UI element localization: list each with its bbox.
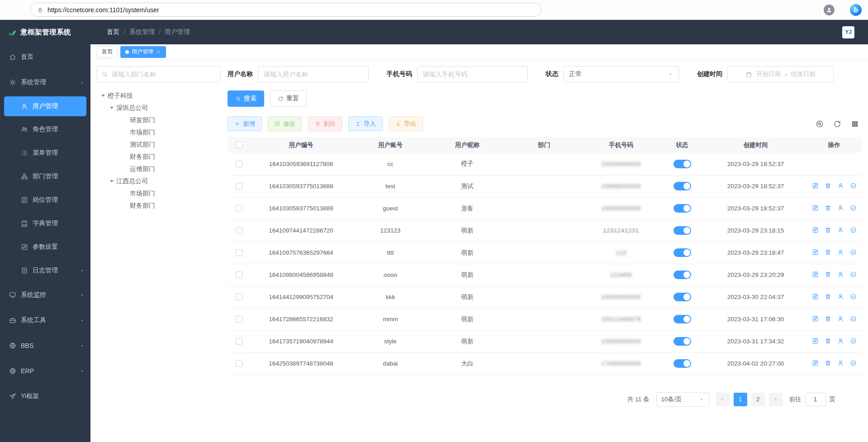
address-bar[interactable]: https://ccnetcore.com:1101/system/user [30,3,541,17]
tree-node[interactable]: 江西总公司 [97,175,221,187]
collections-icon[interactable] [815,9,817,11]
reset-password-action-icon[interactable] [837,204,844,211]
tree-node[interactable]: 市场部门 [97,187,221,200]
delete-action-icon[interactable] [825,204,831,211]
delete-action-icon[interactable] [825,293,831,300]
sidebar-item-erp[interactable]: ERP [0,358,90,384]
column-header[interactable]: 部门 [506,137,583,153]
status-toggle[interactable] [674,226,691,235]
row-checkbox[interactable] [236,227,242,234]
page-button-1[interactable]: 1 [734,393,747,406]
row-checkbox[interactable] [236,249,242,256]
page-button-2[interactable]: 2 [751,393,765,406]
goto-page-input[interactable] [805,393,826,406]
reset-button[interactable]: 重置 [270,90,307,107]
edit-action-icon[interactable] [812,337,819,344]
row-checkbox[interactable] [236,161,242,167]
favorites-icon[interactable] [806,9,808,11]
tab-close-icon[interactable] [156,49,161,54]
tab-user-mgmt[interactable]: 用户管理 [120,46,166,58]
status-toggle[interactable] [674,248,691,257]
assign-role-action-icon[interactable] [850,337,857,344]
sidebar-item-log-mgmt[interactable]: 日志管理 [0,259,90,282]
toggle-search-icon[interactable] [816,120,824,128]
date-range-picker[interactable]: 开始日期 - 结束日期 [727,66,834,82]
row-checkbox[interactable] [236,294,242,300]
assign-role-action-icon[interactable] [850,249,857,256]
sidebar-item-system[interactable]: 系统管理 [0,70,90,95]
assign-role-action-icon[interactable] [850,315,857,322]
sidebar-item-system-monitor[interactable]: 系统监控 [0,282,90,308]
search-button[interactable]: 搜索 [228,90,264,107]
reset-password-action-icon[interactable] [837,315,844,322]
reload-icon[interactable] [13,8,17,12]
tree-node[interactable]: 运维部门 [97,163,221,175]
zoom-icon[interactable] [769,9,772,11]
status-toggle[interactable] [674,271,691,279]
reset-password-action-icon[interactable] [837,227,844,233]
status-toggle[interactable] [674,182,691,190]
caret-down-icon[interactable] [110,107,114,109]
browser-profile-avatar[interactable] [824,5,835,15]
reset-password-action-icon[interactable] [837,249,844,256]
column-header[interactable]: 用户昵称 [429,137,506,153]
row-checkbox[interactable] [236,360,242,367]
add-favorite-icon[interactable] [778,9,781,11]
next-page-button[interactable] [769,393,783,406]
status-toggle[interactable] [674,160,691,168]
edit-action-icon[interactable] [812,182,819,189]
password-key-icon[interactable] [751,9,754,11]
reset-password-action-icon[interactable] [837,271,844,278]
row-checkbox[interactable] [236,316,242,323]
edit-action-icon[interactable] [812,271,819,278]
reset-password-action-icon[interactable] [837,337,844,344]
prev-page-button[interactable] [716,393,730,406]
column-header[interactable]: 创建时间 [705,137,806,153]
sidebar-item-param-settings[interactable]: 参数设置 [0,235,90,259]
tree-node[interactable]: 财务部门 [97,151,221,163]
assign-role-action-icon[interactable] [850,227,857,233]
edit-button[interactable]: 修改 [268,116,302,131]
sidebar-item-post-mgmt[interactable]: 岗位管理 [0,188,90,212]
more-icon[interactable] [841,9,844,11]
username-input[interactable] [258,66,369,82]
assign-role-action-icon[interactable] [850,360,857,366]
breadcrumb-item[interactable]: 首页 [107,28,119,36]
add-button[interactable]: 新增 [228,116,262,131]
delete-action-icon[interactable] [825,227,831,233]
assign-role-action-icon[interactable] [850,293,857,300]
refresh-table-icon[interactable] [833,120,841,128]
back-icon[interactable] [6,8,10,12]
reset-password-action-icon[interactable] [837,360,844,366]
edit-action-icon[interactable] [812,249,819,256]
tree-node[interactable]: 财务部门 [97,200,221,212]
delete-action-icon[interactable] [825,337,831,344]
split-screen-icon[interactable] [797,9,799,11]
tree-node[interactable]: 研发部门 [97,114,221,126]
edit-action-icon[interactable] [812,315,819,322]
sidebar-item-menu-mgmt[interactable]: 菜单管理 [0,141,90,165]
column-header[interactable]: 手机号码 [583,137,659,153]
caret-down-icon[interactable] [101,95,105,97]
assign-role-action-icon[interactable] [850,182,857,189]
caret-down-icon[interactable] [110,180,114,182]
delete-action-icon[interactable] [825,182,831,189]
dept-search-input[interactable] [97,66,221,82]
sidebar-item-yi-framework[interactable]: Yi框架 [0,384,90,409]
delete-action-icon[interactable] [825,271,831,278]
edit-action-icon[interactable] [812,227,819,233]
reset-password-action-icon[interactable] [837,293,844,300]
reset-password-action-icon[interactable] [837,182,844,189]
page-size-select[interactable]: 10条/页 [656,392,709,407]
status-toggle[interactable] [674,204,691,213]
tree-node[interactable]: 橙子科技 [97,90,221,102]
delete-action-icon[interactable] [825,315,831,322]
sidebar-item-role-mgmt[interactable]: 角色管理 [0,118,90,141]
sidebar-item-user-mgmt[interactable]: 用户管理 [4,96,86,116]
column-header[interactable]: 状态 [659,137,705,153]
sidebar-item-dict-mgmt[interactable]: 字典管理 [0,212,90,235]
edit-action-icon[interactable] [812,293,819,300]
export-button[interactable]: 导出 [389,116,423,131]
browser-home-icon[interactable] [20,8,24,12]
edit-action-icon[interactable] [812,360,819,366]
